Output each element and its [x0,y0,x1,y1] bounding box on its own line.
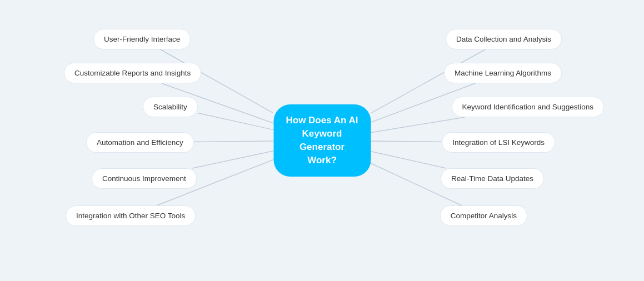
node-scalability[interactable]: Scalability [143,97,198,117]
node-realtime[interactable]: Real-Time Data Updates [441,168,544,189]
node-integration-seo-label: Integration with Other SEO Tools [76,212,185,220]
node-automation[interactable]: Automation and Efficiency [86,132,194,153]
node-competitor[interactable]: Competitor Analysis [440,205,527,226]
node-user-friendly-label: User-Friendly Interface [104,35,180,43]
node-scalability-label: Scalability [153,103,187,111]
node-automation-label: Automation and Efficiency [97,138,183,147]
node-customizable[interactable]: Customizable Reports and Insights [64,63,201,83]
node-lsi[interactable]: Integration of LSI Keywords [442,132,555,153]
node-machine-learning[interactable]: Machine Learning Algorithms [444,63,562,83]
node-data-collection[interactable]: Data Collection and Analysis [446,29,562,49]
node-continuous-label: Continuous Improvement [102,174,186,183]
node-data-collection-label: Data Collection and Analysis [456,35,551,43]
node-keyword-id-label: Keyword Identification and Suggestions [462,103,593,111]
node-user-friendly[interactable]: User-Friendly Interface [93,29,191,49]
node-keyword-id[interactable]: Keyword Identification and Suggestions [452,97,604,117]
node-competitor-label: Competitor Analysis [451,212,517,220]
node-continuous[interactable]: Continuous Improvement [92,168,197,189]
center-node[interactable]: How Does An AIKeyword GeneratorWork? [273,104,371,177]
center-text: How Does An AIKeyword GeneratorWork? [279,114,365,167]
node-integration-seo[interactable]: Integration with Other SEO Tools [66,205,196,226]
node-machine-learning-label: Machine Learning Algorithms [455,69,551,77]
mind-map: How Does An AIKeyword GeneratorWork? Use… [0,0,644,281]
node-lsi-label: Integration of LSI Keywords [452,138,545,147]
node-realtime-label: Real-Time Data Updates [451,174,533,183]
node-customizable-label: Customizable Reports and Insights [74,69,191,77]
